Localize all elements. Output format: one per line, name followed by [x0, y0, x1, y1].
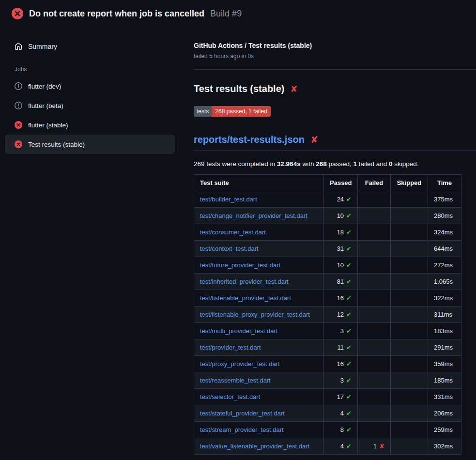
check-icon: ✔: [346, 327, 352, 335]
failed-cell: [358, 323, 391, 339]
failed-cell: [358, 290, 391, 307]
time-cell: 359ms: [428, 356, 461, 372]
table-row: test/context_test.dart 31✔ 644ms: [194, 241, 461, 257]
check-icon: ✔: [346, 278, 352, 285]
table-row: test/proxy_provider_test.dart 16✔ 359ms: [194, 356, 461, 372]
skipped-cell: [391, 274, 428, 290]
test-results-table: Test suite Passed Failed Skipped Time te…: [194, 174, 461, 455]
suite-link[interactable]: test/stateful_provider_test.dart: [200, 410, 285, 417]
passed-cell: 17✔: [324, 389, 358, 405]
check-icon: ✔: [346, 261, 352, 269]
skipped-cell: [391, 323, 428, 339]
passed-count: 10: [337, 261, 344, 269]
suite-link[interactable]: test/reassemble_test.dart: [200, 377, 271, 384]
suite-link[interactable]: test/stream_provider_test.dart: [200, 426, 284, 433]
sidebar-item-summary[interactable]: Summary: [5, 39, 175, 54]
badge-label: tests: [194, 106, 212, 117]
suite-link[interactable]: test/context_test.dart: [200, 245, 259, 252]
check-icon: ✔: [346, 426, 352, 433]
badge-value: 268 passed, 1 failed: [212, 106, 270, 117]
check-icon: ✔: [346, 410, 352, 417]
time-cell: 291ms: [428, 339, 461, 356]
passed-cell: 3✔: [324, 372, 358, 389]
failed-cell: [358, 339, 391, 356]
passed-cell: 31✔: [324, 241, 358, 257]
passed-count: 3: [340, 377, 344, 384]
failed-count: 1: [373, 443, 377, 450]
section-heading: Test results (stable) ✘: [194, 83, 476, 94]
skipped-cell: [391, 257, 428, 274]
sidebar-job-item[interactable]: Test results (stable): [5, 135, 175, 154]
suite-link[interactable]: test/builder_test.dart: [200, 196, 257, 203]
failed-cell: [358, 274, 391, 290]
failed-cell: [358, 307, 391, 323]
table-row: test/future_provider_test.dart 10✔ 272ms: [194, 257, 461, 274]
suite-link[interactable]: test/inherited_provider_test.dart: [200, 278, 289, 285]
suite-link[interactable]: test/value_listenable_provider_test.dart: [200, 443, 309, 450]
failed-cell: [358, 422, 391, 438]
table-row: test/value_listenable_provider_test.dart…: [194, 438, 461, 455]
run-failed-icon: [12, 8, 23, 19]
passed-cell: 16✔: [324, 356, 358, 372]
check-icon: ✔: [346, 294, 352, 302]
passed-count: 18: [337, 229, 344, 236]
run-meta: failed 5 hours ago in 0s: [194, 53, 476, 60]
table-row: test/consumer_test.dart 18✔ 324ms: [194, 224, 461, 241]
time-cell: 324ms: [428, 224, 461, 241]
time-cell: 302ms: [428, 438, 461, 455]
job-label: flutter (dev): [28, 83, 61, 90]
job-label: flutter (stable): [28, 122, 68, 129]
failed-cell: [358, 224, 391, 241]
check-icon: ✔: [346, 377, 352, 384]
suite-link[interactable]: test/future_provider_test.dart: [200, 261, 280, 269]
skipped-cell: [391, 290, 428, 307]
skipped-cell: [391, 208, 428, 224]
table-row: test/stateful_provider_test.dart 4✔ 206m…: [194, 405, 461, 422]
passed-count: 16: [337, 294, 344, 302]
suite-link[interactable]: test/listenable_provider_test.dart: [200, 294, 291, 302]
time-cell: 1.065s: [428, 274, 461, 290]
check-icon: ✔: [346, 196, 352, 203]
run-build-number: Build #9: [210, 9, 242, 19]
passed-count: 81: [337, 278, 344, 285]
failed-cell: [358, 405, 391, 422]
failed-x-icon: ✘: [290, 85, 297, 93]
suite-link[interactable]: test/multi_provider_test.dart: [200, 327, 277, 335]
passed-cell: 4✔: [324, 438, 358, 455]
job-neutral-icon: [15, 82, 22, 90]
sidebar: Summary Jobs flutter (dev): [0, 24, 182, 162]
check-icon: ✔: [346, 245, 352, 252]
skipped-cell: [391, 389, 428, 405]
passed-count: 4: [340, 443, 344, 450]
suite-link[interactable]: test/change_notifier_provider_test.dart: [200, 212, 307, 219]
suite-link[interactable]: test/selector_test.dart: [200, 393, 260, 400]
passed-cell: 10✔: [324, 208, 358, 224]
check-icon: ✔: [346, 393, 352, 400]
skipped-cell: [391, 224, 428, 241]
passed-count: 11: [338, 344, 344, 351]
skipped-cell: [391, 356, 428, 372]
failed-x-icon: ✘: [310, 135, 318, 144]
breadcrumb: GitHub Actions / Test results (stable): [194, 42, 476, 49]
suite-link[interactable]: test/listenable_proxy_provider_test.dart: [200, 311, 310, 318]
passed-count: 8: [340, 426, 344, 433]
suite-link[interactable]: test/proxy_provider_test.dart: [200, 360, 280, 368]
check-icon: ✔: [346, 229, 352, 236]
sidebar-job-item[interactable]: flutter (beta): [5, 96, 175, 115]
time-cell: 259ms: [428, 422, 461, 438]
sidebar-job-item[interactable]: flutter (stable): [5, 115, 175, 135]
sidebar-job-item[interactable]: flutter (dev): [5, 77, 175, 96]
time-cell: 331ms: [428, 389, 461, 405]
passed-count: 3: [340, 327, 344, 335]
failed-cell: [358, 372, 391, 389]
passed-cell: 12✔: [324, 307, 358, 323]
suite-link[interactable]: test/provider_test.dart: [200, 344, 261, 351]
passed-cell: 11✔: [324, 339, 358, 356]
table-row: test/stream_provider_test.dart 8✔ 259ms: [194, 422, 461, 438]
suite-link[interactable]: test/consumer_test.dart: [200, 229, 266, 236]
passed-count: 4: [340, 410, 344, 417]
report-file-link[interactable]: reports/test-results.json: [194, 134, 305, 145]
passed-cell: 8✔: [324, 422, 358, 438]
sidebar-summary-label: Summary: [28, 43, 57, 50]
table-row: test/listenable_proxy_provider_test.dart…: [194, 307, 461, 323]
